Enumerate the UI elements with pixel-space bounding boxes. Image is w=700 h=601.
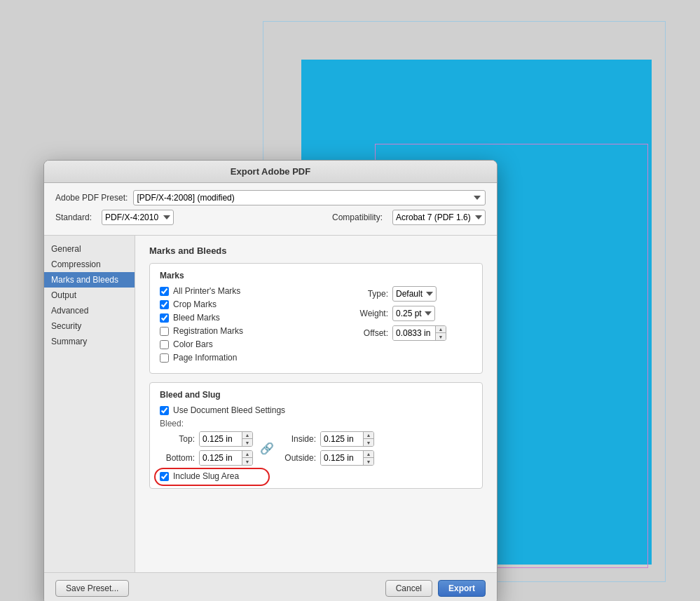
bleed-link-center: 🔗 <box>260 442 274 455</box>
footer-right: Cancel Export <box>385 580 486 597</box>
crop-marks-label: Crop Marks <box>173 299 217 309</box>
sidebar-item-security[interactable]: Security <box>44 318 135 334</box>
top-spinner-buttons: ▲ ▼ <box>242 431 252 447</box>
sidebar-item-output[interactable]: Output <box>44 288 135 303</box>
inside-input[interactable] <box>321 432 363 446</box>
offset-label: Offset: <box>353 328 388 338</box>
inside-up-button[interactable]: ▲ <box>364 431 373 439</box>
compat-select[interactable]: Acrobat 7 (PDF 1.6) <box>392 210 486 225</box>
cancel-button[interactable]: Cancel <box>385 580 432 597</box>
bottom-up-button[interactable]: ▲ <box>242 450 252 458</box>
use-doc-bleed-checkbox[interactable] <box>160 406 169 415</box>
weight-label: Weight: <box>353 309 388 318</box>
bleed-outside-row: Outside: ▲ ▼ <box>281 450 374 466</box>
bottom-down-button[interactable]: ▼ <box>242 458 252 466</box>
type-label: Type: <box>353 289 388 299</box>
registration-marks-label: Registration Marks <box>173 326 243 336</box>
export-pdf-dialog: Export Adobe PDF Adobe PDF Preset: [PDF/… <box>43 160 497 601</box>
bottom-spinner: ▲ ▼ <box>199 450 253 466</box>
export-button[interactable]: Export <box>438 580 486 597</box>
top-up-button[interactable]: ▲ <box>242 431 252 439</box>
color-bars-label: Color Bars <box>173 339 213 349</box>
bleed-bottom-row: Bottom: ▲ ▼ <box>160 450 253 466</box>
offset-row: Offset: ▲ ▼ <box>353 325 472 341</box>
sidebar: General Compression Marks and Bleeds Out… <box>44 236 135 572</box>
dialog-titlebar: Export Adobe PDF <box>44 161 497 183</box>
page-info-checkbox[interactable] <box>160 353 169 363</box>
inside-down-button[interactable]: ▼ <box>364 439 373 447</box>
bottom-spinner-buttons: ▲ ▼ <box>242 450 252 466</box>
type-row: Type: Default <box>353 286 472 302</box>
all-printers-marks-label: All Printer's Marks <box>173 286 240 296</box>
all-printers-marks-checkbox[interactable] <box>160 287 169 296</box>
offset-down-button[interactable]: ▼ <box>436 333 446 341</box>
include-slug-label: Include Slug Area <box>173 471 239 481</box>
inside-spinner: ▲ ▼ <box>320 431 374 447</box>
outside-up-button[interactable]: ▲ <box>364 450 373 458</box>
bottom-input[interactable] <box>200 451 242 465</box>
top-down-button[interactable]: ▼ <box>242 439 252 447</box>
standard-compat-row: Standard: PDF/X-4:2010 Compatibility: Ac… <box>55 210 486 225</box>
registration-marks-checkbox[interactable] <box>160 327 169 336</box>
marks-right: Type: Default Weight: 0.25 pt <box>353 286 472 366</box>
sidebar-item-compression[interactable]: Compression <box>44 257 135 272</box>
color-bars-checkbox[interactable] <box>160 340 169 349</box>
marks-subsection: Marks All Printer's Marks Crop Marks <box>149 263 483 374</box>
registration-marks-row: Registration Marks <box>160 326 339 336</box>
standard-select[interactable]: PDF/X-4:2010 <box>102 210 174 225</box>
crop-marks-row: Crop Marks <box>160 299 339 309</box>
bottom-label: Bottom: <box>160 453 195 463</box>
standard-group: Standard: PDF/X-4:2010 <box>55 210 174 225</box>
dialog-top-section: Adobe PDF Preset: [PDF/X-4:2008] (modifi… <box>44 183 497 236</box>
dialog-title: Export Adobe PDF <box>231 166 310 177</box>
dialog-body: General Compression Marks and Bleeds Out… <box>44 236 497 572</box>
bleed-inner-layout: Top: ▲ ▼ Bottom: <box>160 431 472 466</box>
marks-layout: All Printer's Marks Crop Marks Bleed Mar… <box>160 286 472 366</box>
top-spinner: ▲ ▼ <box>199 431 253 447</box>
type-select[interactable]: Default <box>392 286 437 302</box>
page-info-label: Page Information <box>173 353 237 363</box>
preset-select[interactable]: [PDF/X-4:2008] (modified) <box>133 190 486 205</box>
inside-spinner-buttons: ▲ ▼ <box>363 431 373 447</box>
top-input[interactable] <box>200 432 242 446</box>
offset-up-button[interactable]: ▲ <box>436 325 446 333</box>
offset-spinner-buttons: ▲ ▼ <box>435 325 446 341</box>
preset-row: Adobe PDF Preset: [PDF/X-4:2008] (modifi… <box>55 190 486 205</box>
use-doc-bleed-label: Use Document Bleed Settings <box>173 405 285 415</box>
dialog-footer: Save Preset... Cancel Export <box>44 572 497 601</box>
include-slug-row: Include Slug Area <box>160 471 472 481</box>
offset-input[interactable] <box>393 326 435 340</box>
marks-left: All Printer's Marks Crop Marks Bleed Mar… <box>160 286 339 366</box>
save-preset-button[interactable]: Save Preset... <box>55 580 129 597</box>
outside-input[interactable] <box>321 451 363 465</box>
outside-spinner-buttons: ▲ ▼ <box>363 450 373 466</box>
outside-down-button[interactable]: ▼ <box>364 458 373 466</box>
bleed-marks-label: Bleed Marks <box>173 313 220 323</box>
content-panel: Marks and Bleeds Marks All Printer's Mar… <box>135 236 497 572</box>
outside-spinner: ▲ ▼ <box>320 450 374 466</box>
bleed-marks-row: Bleed Marks <box>160 313 339 323</box>
outside-label: Outside: <box>281 453 316 463</box>
bleed-marks-checkbox[interactable] <box>160 313 169 323</box>
include-slug-checkbox[interactable] <box>160 472 169 481</box>
page-info-row: Page Information <box>160 353 339 363</box>
bleed-label: Bleed: <box>160 419 472 428</box>
compat-label: Compatibility: <box>311 212 388 222</box>
sidebar-item-marks-bleeds[interactable]: Marks and Bleeds <box>44 272 135 288</box>
sidebar-item-summary[interactable]: Summary <box>44 334 135 349</box>
compat-group: Compatibility: Acrobat 7 (PDF 1.6) <box>311 210 486 225</box>
sidebar-item-advanced[interactable]: Advanced <box>44 303 135 318</box>
use-doc-bleed-row: Use Document Bleed Settings <box>160 405 472 415</box>
top-label: Top: <box>160 434 195 444</box>
link-icon[interactable]: 🔗 <box>260 442 274 455</box>
bleed-right-col: Inside: ▲ ▼ Outside: <box>281 431 374 466</box>
preset-label: Adobe PDF Preset: <box>55 193 133 203</box>
bleed-inside-row: Inside: ▲ ▼ <box>281 431 374 447</box>
crop-marks-checkbox[interactable] <box>160 300 169 309</box>
weight-select[interactable]: 0.25 pt <box>392 306 435 321</box>
sidebar-item-general[interactable]: General <box>44 241 135 257</box>
weight-row: Weight: 0.25 pt <box>353 306 472 321</box>
standard-label: Standard: <box>55 212 97 222</box>
color-bars-row: Color Bars <box>160 339 339 349</box>
offset-spinner: ▲ ▼ <box>392 325 446 341</box>
